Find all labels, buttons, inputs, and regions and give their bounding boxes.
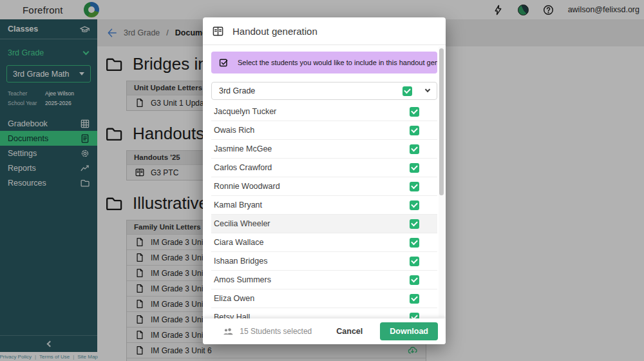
modal-scrollbar[interactable] (439, 46, 444, 317)
student-checkbox[interactable] (410, 182, 419, 191)
scrollbar-thumb[interactable] (439, 48, 444, 195)
students-group-icon (223, 327, 234, 336)
instruction-text: Select the students you would like to in… (238, 59, 437, 66)
student-name: Betsy Hall (214, 313, 250, 318)
student-name: Jacquelyn Tucker (214, 107, 276, 116)
student-list: Jacquelyn Tucker Owais Rich Jasmine McGe… (211, 102, 437, 318)
handout-icon (212, 26, 224, 37)
student-name: Ishaan Bridges (214, 257, 267, 266)
selected-count: 15 Students selected (240, 327, 312, 336)
modal-footer: 15 Students selected Cancel Download (203, 318, 446, 344)
checkbox-outline-icon (219, 57, 229, 68)
student-row[interactable]: Jacquelyn Tucker (211, 102, 437, 121)
student-checkbox[interactable] (410, 294, 419, 304)
app-window: Forefront awilson@felixsd.org Classes 3r… (0, 0, 644, 361)
student-row[interactable]: Eliza Owen (211, 289, 437, 308)
grade-checkbox[interactable] (402, 86, 412, 96)
student-checkbox[interactable] (410, 313, 419, 319)
student-checkbox[interactable] (410, 107, 419, 117)
student-row[interactable]: Kamal Bryant (211, 196, 437, 215)
grade-filter-row[interactable]: 3rd Grade (211, 82, 437, 100)
student-row[interactable]: Amos Summers (211, 271, 437, 289)
student-name: Eliza Owen (214, 294, 254, 303)
student-checkbox[interactable] (410, 275, 419, 285)
student-name: Owais Rich (214, 126, 254, 135)
student-row[interactable]: Ishaan Bridges (211, 252, 437, 271)
handout-generation-modal: Handout generation Select the students y… (203, 17, 446, 344)
download-button[interactable]: Download (380, 322, 438, 340)
student-name: Cecilia Wheeler (214, 219, 270, 228)
student-checkbox[interactable] (410, 257, 419, 266)
student-name: Ciara Wallace (214, 238, 263, 247)
student-row[interactable]: Carlos Crawford (211, 159, 437, 177)
student-row[interactable]: Betsy Hall (211, 308, 437, 318)
student-checkbox[interactable] (410, 200, 419, 210)
chevron-down-icon[interactable] (425, 87, 430, 92)
student-name: Jasmine McGee (214, 144, 272, 153)
student-row[interactable]: Jasmine McGee (211, 140, 437, 159)
modal-title: Handout generation (232, 26, 317, 37)
student-row[interactable]: Ciara Wallace (211, 233, 437, 252)
instruction-banner: Select the students you would like to in… (211, 52, 437, 73)
modal-header: Handout generation (203, 17, 446, 45)
student-checkbox[interactable] (410, 126, 419, 135)
modal-body: Select the students you would like to in… (203, 45, 446, 318)
student-checkbox[interactable] (410, 163, 419, 173)
student-checkbox[interactable] (410, 144, 419, 154)
student-checkbox[interactable] (410, 219, 419, 229)
student-row[interactable]: Ronnie Woodward (211, 177, 437, 196)
student-checkbox[interactable] (410, 238, 419, 248)
student-row[interactable]: Cecilia Wheeler (211, 215, 437, 233)
grade-filter-label: 3rd Grade (219, 86, 255, 95)
student-name: Amos Summers (214, 275, 271, 284)
student-row[interactable]: Owais Rich (211, 121, 437, 140)
student-name: Ronnie Woodward (214, 182, 280, 191)
student-name: Carlos Crawford (214, 163, 272, 172)
student-name: Kamal Bryant (214, 200, 262, 210)
cancel-button[interactable]: Cancel (336, 327, 363, 336)
